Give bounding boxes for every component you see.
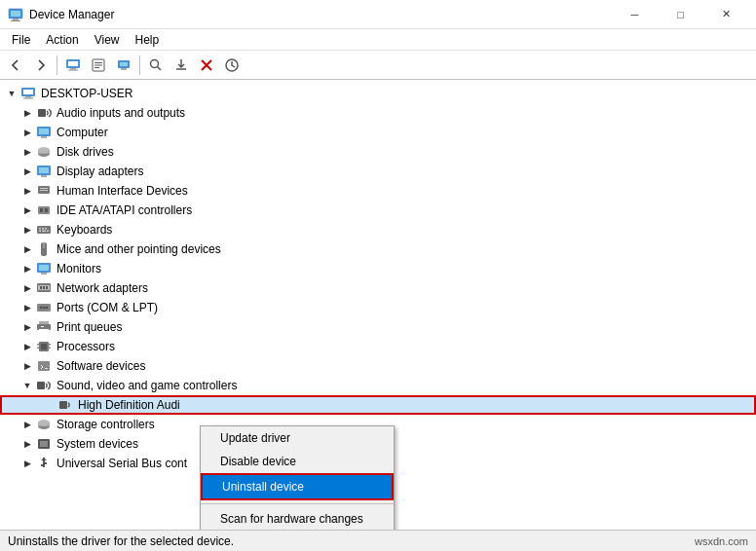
tree-item-audio[interactable]: ▶ Audio inputs and outputs: [0, 103, 756, 123]
monitors-label: Monitors: [57, 262, 101, 276]
svg-rect-39: [42, 228, 44, 230]
tree-item-software[interactable]: ▶ Software devices: [0, 356, 756, 376]
svg-rect-14: [121, 68, 127, 70]
tree-item-processors[interactable]: ▶ Processors: [0, 337, 756, 356]
svg-rect-23: [39, 129, 49, 134]
svg-rect-46: [39, 265, 49, 271]
menu-file[interactable]: File: [4, 29, 38, 50]
software-icon: [35, 358, 53, 374]
keyboard-icon: [35, 222, 53, 238]
toolbar-search[interactable]: [144, 54, 168, 77]
tree-item-sound[interactable]: ▼ Sound, video and game controllers: [0, 376, 756, 395]
tree-item-mice[interactable]: ▶ Mice and other pointing devices: [0, 239, 756, 259]
svg-point-73: [38, 420, 50, 425]
system-expand-icon[interactable]: ▶: [19, 436, 35, 452]
hid-label: Human Interface Devices: [57, 184, 188, 198]
tree-item-ports[interactable]: ▶ Ports (COM & LPT): [0, 298, 756, 317]
tree-item-ide[interactable]: ▶ IDE ATA/ATAPI controllers: [0, 201, 756, 220]
context-update-driver[interactable]: Update driver: [201, 426, 394, 450]
svg-rect-68: [45, 368, 48, 369]
display-icon: [35, 164, 53, 179]
toolbar-computer[interactable]: [61, 54, 85, 77]
tree-item-network[interactable]: ▶ Network adapters: [0, 278, 756, 298]
toolbar-update[interactable]: [170, 54, 193, 77]
ports-label: Ports (COM & LPT): [57, 301, 158, 314]
toolbar: [0, 51, 756, 80]
status-right: wsxdn.com: [695, 535, 748, 547]
root-expand-icon[interactable]: ▼: [4, 86, 19, 101]
tree-item-print[interactable]: ▶ Print queues: [0, 317, 756, 337]
context-uninstall-device[interactable]: Uninstall device: [201, 473, 394, 500]
sound-expand-icon[interactable]: ▼: [19, 378, 35, 393]
toolbar-uninstall[interactable]: [195, 54, 218, 77]
toolbar-sep-1: [57, 55, 57, 75]
print-expand-icon[interactable]: ▶: [19, 319, 35, 335]
sound-label: Sound, video and game controllers: [57, 379, 237, 392]
usb-expand-icon[interactable]: ▶: [19, 456, 35, 471]
toolbar-properties[interactable]: [87, 54, 110, 77]
tree-item-hda[interactable]: High Definition Audi: [0, 395, 756, 415]
audio-icon: [35, 105, 53, 121]
hid-expand-icon[interactable]: ▶: [19, 183, 35, 199]
svg-rect-11: [94, 67, 99, 68]
context-scan-hardware[interactable]: Scan for hardware changes: [201, 507, 394, 530]
disk-expand-icon[interactable]: ▶: [19, 144, 35, 160]
window-controls: ─ □ ✕: [613, 5, 748, 24]
toolbar-scan[interactable]: [220, 54, 244, 77]
svg-rect-19: [25, 96, 31, 98]
svg-point-15: [151, 59, 159, 67]
audio-expand-icon[interactable]: ▶: [19, 105, 35, 121]
svg-rect-3: [11, 20, 20, 21]
svg-rect-50: [40, 286, 42, 289]
tree-item-hid[interactable]: ▶ Human Interface Devices: [0, 181, 756, 201]
minimize-button[interactable]: ─: [613, 5, 657, 24]
svg-rect-59: [39, 329, 49, 333]
menu-help[interactable]: Help: [128, 29, 168, 50]
svg-rect-5: [68, 61, 78, 66]
monitors-expand-icon[interactable]: ▶: [19, 261, 35, 276]
ide-expand-icon[interactable]: ▶: [19, 202, 35, 218]
mice-label: Mice and other pointing devices: [57, 242, 221, 256]
context-sep-1: [201, 503, 394, 504]
computer-label: Computer: [57, 126, 108, 139]
menu-view[interactable]: View: [87, 29, 128, 50]
tree-item-computer[interactable]: ▶ Computer: [0, 123, 756, 142]
svg-rect-18: [23, 90, 33, 94]
computer-expand-icon[interactable]: ▶: [19, 125, 35, 140]
svg-rect-35: [40, 208, 43, 212]
storage-icon: [35, 417, 53, 432]
menu-action[interactable]: Action: [38, 29, 86, 50]
keyboards-label: Keyboards: [57, 223, 112, 237]
keyboards-expand-icon[interactable]: ▶: [19, 222, 35, 238]
ide-label: IDE ATA/ATAPI controllers: [57, 203, 192, 217]
svg-rect-66: [49, 348, 51, 349]
display-label: Display adapters: [57, 165, 143, 178]
context-disable-device[interactable]: Disable device: [201, 450, 394, 473]
maximize-button[interactable]: □: [659, 5, 702, 24]
svg-rect-9: [94, 62, 102, 63]
usb-label: Universal Serial Bus cont: [57, 457, 187, 470]
tree-item-monitors[interactable]: ▶ Monitors: [0, 259, 756, 278]
display-expand-icon[interactable]: ▶: [19, 164, 35, 179]
close-button[interactable]: ✕: [704, 5, 748, 24]
toolbar-back[interactable]: [4, 54, 27, 77]
tree-item-disk[interactable]: ▶ Disk drives: [0, 142, 756, 162]
app-icon: [8, 7, 23, 22]
hda-icon: [57, 397, 74, 413]
tree-item-display[interactable]: ▶ Display adapters: [0, 162, 756, 181]
toolbar-forward[interactable]: [29, 54, 53, 77]
tree-item-keyboards[interactable]: ▶ Keyboards: [0, 220, 756, 239]
software-expand-icon[interactable]: ▶: [19, 358, 35, 374]
network-expand-icon[interactable]: ▶: [19, 280, 35, 296]
sound-icon: [35, 378, 53, 393]
toolbar-devmgr[interactable]: [112, 54, 135, 77]
processors-expand-icon[interactable]: ▶: [19, 339, 35, 354]
svg-rect-43: [47, 231, 49, 233]
monitor-icon: [35, 261, 53, 276]
menu-bar: File Action View Help: [0, 29, 756, 51]
mice-expand-icon[interactable]: ▶: [19, 241, 35, 257]
ports-expand-icon[interactable]: ▶: [19, 300, 35, 315]
tree-root[interactable]: ▼ DESKTOP-USER: [0, 84, 756, 103]
svg-rect-51: [43, 286, 45, 289]
storage-expand-icon[interactable]: ▶: [19, 417, 35, 432]
